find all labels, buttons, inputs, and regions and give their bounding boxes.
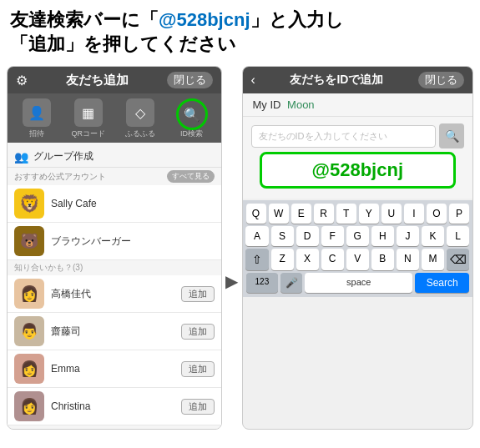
- avatar: 👩: [14, 391, 44, 421]
- contact-name: 高橋佳代: [51, 287, 181, 301]
- list-item[interactable]: 👨 齋藤司 追加: [8, 313, 221, 350]
- key-s[interactable]: S: [271, 226, 294, 246]
- keyboard-row-3: ⇧ Z X C V B N M ⌫: [246, 249, 470, 270]
- key-r[interactable]: R: [314, 204, 334, 224]
- list-item[interactable]: 🐻 ブラウンバーガー: [8, 223, 221, 260]
- list-item[interactable]: 👩 Emma 追加: [8, 350, 221, 388]
- key-p[interactable]: P: [449, 204, 469, 224]
- backspace-key[interactable]: ⌫: [447, 249, 469, 270]
- nav-qrcode[interactable]: ▦ QRコード: [66, 98, 111, 139]
- keyboard-row-bottom: 123 🎤 space Search: [246, 273, 470, 293]
- back-button[interactable]: ‹: [251, 73, 255, 88]
- add-button[interactable]: 追加: [181, 361, 215, 377]
- nav-invite[interactable]: 👤 招待: [14, 98, 59, 139]
- key-n[interactable]: N: [397, 249, 419, 270]
- contact-name: Emma: [51, 363, 181, 375]
- id-search-label: ID検索: [180, 128, 203, 139]
- group-icon: 👥: [14, 150, 28, 164]
- avatar: 👨: [14, 316, 44, 346]
- gear-icon[interactable]: ⚙: [16, 73, 28, 88]
- key-o[interactable]: O: [427, 204, 447, 224]
- instruction-prefix: 友達検索バーに「: [10, 9, 159, 30]
- contact-name: ブラウンバーガー: [51, 234, 215, 249]
- qr-icon: ▦: [74, 98, 103, 127]
- contact-name: Christina: [51, 400, 181, 412]
- add-button[interactable]: 追加: [181, 324, 215, 340]
- space-key[interactable]: space: [305, 273, 412, 293]
- keyboard-row-2: A S D F G H J K L: [246, 226, 470, 246]
- qr-label: QRコード: [72, 128, 106, 139]
- search-icon-button[interactable]: 🔍: [439, 123, 464, 148]
- key-t[interactable]: T: [336, 204, 356, 224]
- nav-id-search[interactable]: 🔍 ID検索: [169, 98, 215, 139]
- all-button[interactable]: すべて見る: [167, 170, 215, 183]
- key-b[interactable]: B: [371, 249, 394, 270]
- avatar: 👩: [14, 279, 44, 309]
- shift-key[interactable]: ⇧: [245, 249, 268, 270]
- add-button[interactable]: 追加: [181, 286, 215, 302]
- keyboard-row-1: Q W E R T Y U I O P: [246, 204, 470, 224]
- right-header: ‹ 友だちをIDで追加 閉じる: [243, 67, 473, 93]
- key-v[interactable]: V: [346, 249, 369, 270]
- contact-name: Sally Cafe: [51, 198, 215, 209]
- id-hint-overlay: @528bjcnj: [260, 152, 457, 189]
- nav-shake[interactable]: ◇ ふるふる: [118, 98, 163, 139]
- left-panel-title: 友だち追加: [66, 73, 129, 88]
- left-close-button[interactable]: 閉じる: [167, 72, 213, 88]
- key-f[interactable]: F: [321, 226, 344, 246]
- group-create-item[interactable]: 👥 グループ作成: [8, 146, 221, 168]
- my-id-value: Moon: [287, 98, 315, 111]
- key-h[interactable]: H: [371, 226, 394, 246]
- invite-icon: 👤: [23, 98, 51, 127]
- mic-key[interactable]: 🎤: [280, 273, 302, 293]
- contact-name: 齋藤司: [51, 325, 181, 339]
- key-z[interactable]: Z: [271, 249, 294, 270]
- my-id-label: My ID: [253, 98, 281, 111]
- list-item[interactable]: 🦁 Sally Cafe: [8, 185, 221, 223]
- add-button[interactable]: 追加: [181, 399, 215, 415]
- key-u[interactable]: U: [381, 204, 402, 224]
- known-section-label: 知り合いかも？(3): [14, 263, 83, 272]
- key-d[interactable]: D: [296, 226, 319, 246]
- key-w[interactable]: W: [269, 204, 289, 224]
- list-item[interactable]: 👩 Christina 追加: [8, 388, 221, 425]
- key-g[interactable]: G: [346, 226, 369, 246]
- key-q[interactable]: Q: [246, 204, 266, 224]
- list-item[interactable]: 👩 高橋佳代 追加: [8, 275, 221, 313]
- key-l[interactable]: L: [447, 226, 469, 246]
- key-i[interactable]: I: [404, 204, 424, 224]
- left-nav: 👤 招待 ▦ QRコード ◇ ふるふる 🔍 ID検索: [8, 93, 221, 143]
- key-e[interactable]: E: [291, 204, 311, 224]
- section-header-label: おすすめ公式アカウント: [14, 171, 106, 183]
- key-x[interactable]: X: [296, 249, 319, 270]
- key-a[interactable]: A: [245, 226, 268, 246]
- search-placeholder: 友だちのIDを入力してください: [259, 131, 387, 141]
- search-row: 友だちのIDを入力してください 🔍: [251, 123, 465, 148]
- left-content: 👥 グループ作成 おすすめ公式アカウント すべて見る 🦁 Sally Cafe …: [8, 143, 221, 429]
- search-key[interactable]: Search: [415, 273, 469, 293]
- known-section-divider: 知り合いかも？(3): [8, 260, 221, 275]
- instruction-highlight: @528bjcnj: [159, 9, 250, 30]
- key-c[interactable]: C: [321, 249, 344, 270]
- avatar: 🐻: [14, 226, 44, 256]
- my-id-row: My ID Moon: [243, 93, 473, 117]
- right-panel: ‹ 友だちをIDで追加 閉じる My ID Moon 友だちのIDを入力してくだ…: [242, 66, 474, 430]
- keyboard: Q W E R T Y U I O P A S D F G H J K L: [243, 200, 473, 297]
- key-j[interactable]: J: [397, 226, 419, 246]
- search-area: 友だちのIDを入力してください 🔍 @528bjcnj: [243, 117, 473, 199]
- invite-label: 招待: [29, 128, 44, 139]
- key-y[interactable]: Y: [359, 204, 379, 224]
- shake-label: ふるふる: [125, 128, 155, 139]
- key-k[interactable]: K: [422, 226, 444, 246]
- recommended-section-header: おすすめ公式アカウント すべて見る: [8, 168, 221, 185]
- right-panel-title: 友だちをIDで追加: [260, 73, 413, 88]
- arrow-indicator: ▶: [222, 133, 242, 430]
- id-search-input[interactable]: 友だちのIDを入力してください: [251, 125, 437, 148]
- avatar: 👩: [14, 354, 44, 384]
- numbers-key[interactable]: 123: [246, 273, 279, 293]
- key-m[interactable]: M: [422, 249, 444, 270]
- right-close-button[interactable]: 閉じる: [418, 72, 464, 88]
- avatar: 🦁: [14, 189, 44, 219]
- group-create-label: グループ作成: [33, 149, 93, 164]
- left-header: ⚙ 友だち追加 閉じる: [8, 67, 221, 93]
